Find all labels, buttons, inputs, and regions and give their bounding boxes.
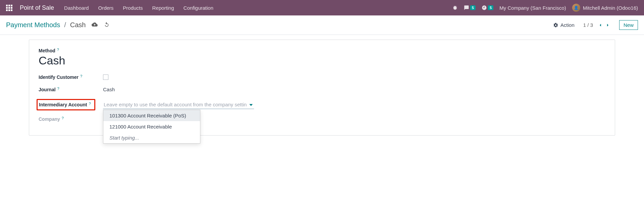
new-button[interactable]: New: [619, 20, 638, 30]
help-icon[interactable]: ?: [57, 48, 59, 52]
nav-configuration[interactable]: Configuration: [184, 5, 213, 11]
user-name: Mitchell Admin (Odoo16): [583, 5, 638, 11]
messages-badge: 5: [470, 5, 476, 10]
topbar-left: Point of Sale Dashboard Orders Products …: [6, 4, 213, 11]
breadcrumb-sep: /: [64, 21, 66, 29]
help-icon[interactable]: ?: [62, 116, 64, 120]
method-label: Method: [39, 48, 55, 53]
pager: 1 / 3: [583, 22, 610, 28]
breadcrumb: Payment Methods / Cash: [6, 21, 110, 29]
apps-icon[interactable]: [6, 5, 12, 11]
cloud-unsaved-icon[interactable]: [92, 21, 98, 29]
app-title[interactable]: Point of Sale: [20, 4, 54, 11]
gear-icon: [553, 22, 558, 28]
subbar-right: Action 1 / 3 New: [553, 20, 638, 30]
messages-icon[interactable]: 5: [464, 5, 476, 10]
subbar: Payment Methods / Cash Action 1 / 3 New: [0, 15, 644, 35]
topbar: Point of Sale Dashboard Orders Products …: [0, 0, 644, 15]
intermediary-account-row: Intermediary Account ? 101300 Account Re…: [39, 99, 605, 110]
action-label: Action: [560, 22, 575, 28]
identify-customer-checkbox[interactable]: [103, 74, 108, 80]
avatar: 👤: [572, 4, 580, 12]
intermediary-dropdown: 101300 Account Receivable (PoS) 121000 A…: [103, 110, 200, 144]
pager-prev-icon[interactable]: [598, 22, 603, 28]
intermediary-account-input[interactable]: [103, 100, 254, 109]
intermediary-account-label: Intermediary Account: [39, 102, 87, 107]
activities-badge: 5: [488, 5, 493, 10]
help-icon[interactable]: ?: [80, 74, 82, 78]
nav-reporting[interactable]: Reporting: [152, 5, 174, 11]
user-menu[interactable]: 👤 Mitchell Admin (Odoo16): [572, 4, 638, 12]
breadcrumb-status-icons: [92, 21, 110, 29]
method-value[interactable]: Cash: [39, 54, 605, 67]
activities-icon[interactable]: 5: [482, 5, 493, 10]
company-label: Company: [39, 116, 60, 122]
pager-next-icon[interactable]: [605, 22, 610, 28]
help-icon[interactable]: ?: [89, 102, 91, 106]
identify-customer-row: Identify Customer ?: [39, 74, 605, 80]
help-icon[interactable]: ?: [57, 87, 59, 91]
discard-icon[interactable]: [104, 21, 110, 29]
method-block: Method ? Cash: [39, 48, 605, 67]
topbar-right: 5 5 My Company (San Francisco) 👤 Mitchel…: [452, 4, 638, 12]
pager-text[interactable]: 1 / 3: [583, 22, 593, 28]
nav-orders[interactable]: Orders: [98, 5, 113, 11]
breadcrumb-root[interactable]: Payment Methods: [6, 21, 60, 29]
identify-customer-label: Identify Customer: [39, 74, 79, 80]
dropdown-item[interactable]: 121000 Account Receivable: [103, 121, 200, 132]
intermediary-account-field: 101300 Account Receivable (PoS) 121000 A…: [103, 100, 254, 109]
content-area: Method ? Cash Identify Customer ? Journa…: [0, 35, 644, 149]
dropdown-start-typing[interactable]: Start typing...: [103, 132, 200, 143]
nav-products[interactable]: Products: [123, 5, 143, 11]
breadcrumb-current: Cash: [70, 21, 86, 29]
journal-label: Journal: [39, 87, 56, 92]
form-card: Method ? Cash Identify Customer ? Journa…: [29, 40, 615, 136]
debug-icon[interactable]: [452, 5, 458, 10]
intermediary-highlight: Intermediary Account ?: [37, 99, 95, 110]
journal-row: Journal ? Cash: [39, 87, 605, 92]
journal-value[interactable]: Cash: [103, 87, 115, 92]
company-switcher[interactable]: My Company (San Francisco): [499, 5, 566, 11]
dropdown-caret-icon[interactable]: [249, 102, 253, 108]
dropdown-item[interactable]: 101300 Account Receivable (PoS): [103, 110, 200, 121]
nav-dashboard[interactable]: Dashboard: [64, 5, 89, 11]
action-button[interactable]: Action: [553, 22, 575, 28]
nav-links: Dashboard Orders Products Reporting Conf…: [64, 5, 213, 11]
